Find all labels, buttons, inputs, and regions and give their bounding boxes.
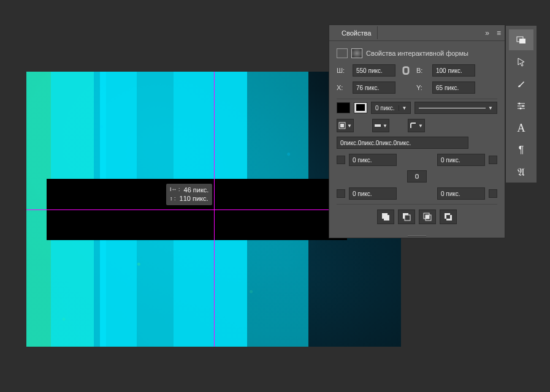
corner-tl-input[interactable] bbox=[349, 154, 397, 166]
toolbar-paragraph-icon[interactable]: ¶ bbox=[509, 140, 533, 160]
transform-tooltip: I↔ : 46 пикс. ↕ : 110 пикс. bbox=[166, 184, 212, 205]
height-label: В: bbox=[416, 67, 429, 74]
panel-header[interactable]: Свойства » ≡ bbox=[329, 25, 505, 41]
corner-tr-input[interactable] bbox=[437, 154, 485, 166]
y-input[interactable] bbox=[432, 81, 475, 94]
properties-panel: Свойства » ≡ Свойства интерактивной форм… bbox=[329, 24, 505, 238]
stroke-caps-select[interactable]: ▼ bbox=[372, 119, 389, 132]
toolbar-brushes-icon[interactable] bbox=[509, 74, 533, 94]
toolbar-selection-icon[interactable] bbox=[509, 51, 533, 72]
panel-tab-properties[interactable]: Свойства bbox=[335, 26, 378, 39]
corner-tr-lock[interactable] bbox=[489, 156, 497, 164]
svg-rect-2 bbox=[375, 124, 381, 127]
x-label: X: bbox=[337, 84, 349, 91]
stroke-width-select[interactable]: 0 пикс.▼ bbox=[371, 102, 411, 114]
right-toolbar: A ¶ 𝔄 bbox=[505, 26, 537, 183]
svg-point-16 bbox=[522, 105, 524, 107]
svg-rect-4 bbox=[384, 215, 389, 221]
pathfinder-exclude[interactable] bbox=[440, 209, 457, 224]
toolbar-adjustments-icon[interactable] bbox=[509, 96, 533, 116]
toolbar-libraries-icon[interactable] bbox=[509, 29, 533, 50]
panel-subtitle: Свойства интерактивной формы bbox=[337, 48, 497, 58]
tooltip-height: 110 пикс. bbox=[180, 194, 208, 203]
stroke-corners-select[interactable]: ▼ bbox=[408, 119, 425, 132]
stroke-swatch[interactable] bbox=[354, 102, 367, 113]
pathfinder-intersect[interactable] bbox=[419, 209, 436, 224]
corner-br-input[interactable] bbox=[437, 187, 485, 200]
stroke-align-select[interactable]: ▼ bbox=[337, 119, 354, 132]
width-input[interactable] bbox=[353, 64, 395, 77]
pathfinder-subtract[interactable] bbox=[398, 209, 415, 224]
stroke-style-select[interactable]: ▼ bbox=[414, 102, 497, 114]
fill-swatch[interactable] bbox=[337, 102, 350, 113]
y-label: Y: bbox=[416, 84, 429, 91]
tooltip-width: 46 пикс. bbox=[184, 186, 209, 194]
svg-rect-6 bbox=[405, 215, 410, 221]
pathfinder-unite[interactable] bbox=[377, 209, 394, 224]
corner-br-lock[interactable] bbox=[489, 189, 497, 198]
height-icon: ↕ : bbox=[170, 195, 176, 203]
xy-spacer bbox=[399, 81, 413, 94]
dash-pattern-input[interactable] bbox=[337, 137, 468, 149]
panel-resize-grip[interactable] bbox=[329, 234, 505, 238]
svg-rect-14 bbox=[519, 39, 525, 43]
guide-vertical[interactable] bbox=[214, 72, 215, 347]
svg-rect-9 bbox=[426, 215, 429, 219]
svg-point-17 bbox=[520, 108, 522, 110]
panel-collapse-button[interactable]: » bbox=[481, 26, 493, 40]
link-wh-icon[interactable] bbox=[399, 64, 413, 77]
panel-subtitle-label: Свойства интерактивной формы bbox=[366, 50, 468, 57]
link-corners-button[interactable] bbox=[407, 170, 427, 183]
corner-tl-lock[interactable] bbox=[337, 156, 345, 164]
width-icon: I↔ : bbox=[170, 186, 180, 194]
toolbar-type-icon[interactable]: A bbox=[509, 118, 533, 138]
toolbar-glyphs-icon[interactable]: 𝔄 bbox=[509, 162, 533, 183]
svg-rect-1 bbox=[340, 124, 344, 127]
corner-bl-input[interactable] bbox=[349, 187, 397, 200]
svg-point-15 bbox=[519, 103, 521, 105]
shape-type-icon bbox=[337, 48, 348, 58]
corner-bl-lock[interactable] bbox=[337, 189, 345, 198]
panel-menu-button[interactable]: ≡ bbox=[493, 26, 505, 40]
x-input[interactable] bbox=[353, 81, 395, 94]
mask-icon bbox=[351, 48, 362, 58]
svg-rect-12 bbox=[446, 215, 450, 219]
width-label: Ш: bbox=[337, 67, 349, 74]
height-input[interactable] bbox=[432, 64, 475, 77]
